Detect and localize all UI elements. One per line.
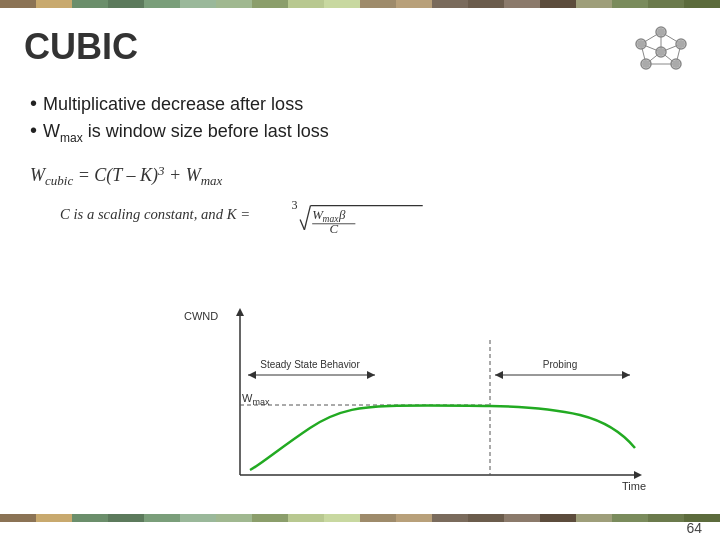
page-number: 64 xyxy=(686,520,702,536)
bullet-dot-2: • xyxy=(30,119,37,142)
cwnd-label: CWND xyxy=(184,310,218,322)
page-title: CUBIC xyxy=(24,26,138,68)
chart-svg: CWND Time Wmax Steady State Behavior Pro… xyxy=(180,300,660,500)
svg-line-25 xyxy=(300,219,304,229)
svg-text:β: β xyxy=(338,206,346,221)
formula-area: Wcubic = C(T – K)3 + Wmax C is a scaling… xyxy=(0,149,720,235)
svg-marker-40 xyxy=(248,371,256,379)
formula-1-svg: Wcubic = C(T – K)3 + Wmax xyxy=(30,155,370,193)
bullet-2: • Wmax is window size before last loss xyxy=(30,119,690,145)
svg-marker-43 xyxy=(495,371,503,379)
svg-point-20 xyxy=(637,40,645,48)
title-area: CUBIC xyxy=(0,8,720,88)
steady-state-label: Steady State Behavior xyxy=(260,359,360,370)
svg-marker-44 xyxy=(622,371,630,379)
bottom-color-bar xyxy=(0,514,720,522)
chart-area: CWND Time Wmax Steady State Behavior Pro… xyxy=(180,300,660,500)
formula-1: Wcubic = C(T – K)3 + Wmax xyxy=(30,155,690,193)
top-color-bar xyxy=(0,0,720,8)
formula-2: C is a scaling constant, and K = 3 W max… xyxy=(30,197,690,235)
svg-point-21 xyxy=(657,48,665,56)
svg-text:C: C xyxy=(329,221,338,235)
svg-marker-36 xyxy=(634,471,642,479)
svg-text:Wcubic = C(T – K)3 + Wmax: Wcubic = C(T – K)3 + Wmax xyxy=(30,163,223,188)
bullet-dot-1: • xyxy=(30,92,37,115)
bullet-1: • Multiplicative decrease after loss xyxy=(30,92,690,115)
time-label: Time xyxy=(622,480,646,492)
svg-marker-35 xyxy=(236,308,244,316)
svg-marker-41 xyxy=(367,371,375,379)
bullet-1-text: Multiplicative decrease after loss xyxy=(43,94,303,115)
content-area: • Multiplicative decrease after loss • W… xyxy=(0,88,720,145)
svg-text:C is a scaling constant, and K: C is a scaling constant, and K = xyxy=(60,206,250,222)
svg-point-16 xyxy=(657,28,665,36)
svg-point-17 xyxy=(677,40,685,48)
probing-label: Probing xyxy=(543,359,577,370)
bullet-2-text: Wmax is window size before last loss xyxy=(43,121,329,145)
wmax-label: Wmax xyxy=(242,392,270,407)
logo-icon xyxy=(626,22,696,82)
svg-point-19 xyxy=(642,60,650,68)
svg-line-26 xyxy=(304,205,310,229)
svg-text:3: 3 xyxy=(291,198,297,212)
formula-2-svg: C is a scaling constant, and K = 3 W max… xyxy=(30,197,470,235)
svg-point-18 xyxy=(672,60,680,68)
